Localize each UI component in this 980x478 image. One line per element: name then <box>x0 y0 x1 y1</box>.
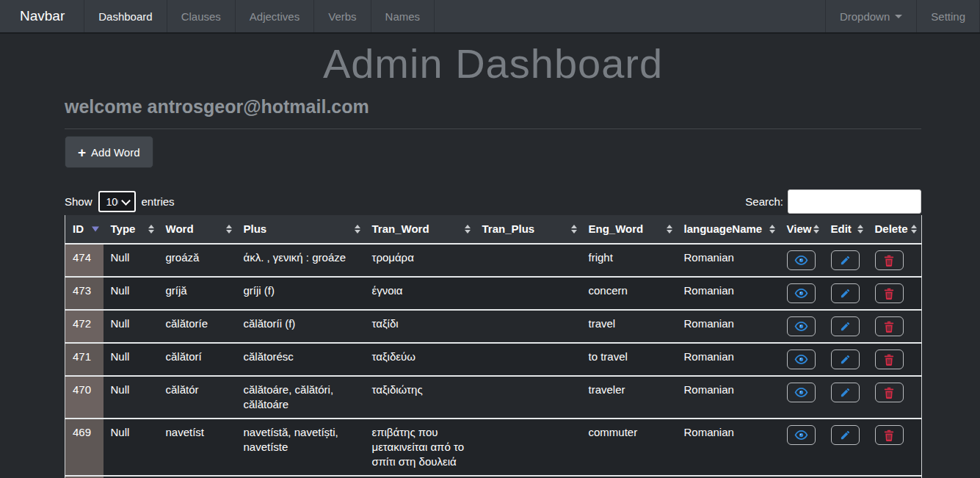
eye-icon <box>794 387 808 398</box>
cell-plus: άκλ. , γενική : groáze <box>236 244 365 277</box>
edit-button[interactable] <box>831 283 860 303</box>
cell-eng_word: to travel <box>581 343 677 376</box>
edit-button[interactable] <box>831 250 860 270</box>
cell-delete <box>868 419 922 476</box>
trash-icon <box>884 387 894 399</box>
column-header-edit[interactable]: Edit <box>824 215 868 244</box>
cell-id: 469 <box>65 419 104 476</box>
nav-item-setting[interactable]: Setting <box>916 0 980 32</box>
navbar-brand[interactable]: Navbar <box>0 0 84 32</box>
cell-id: 470 <box>65 376 104 419</box>
eye-icon <box>794 430 808 441</box>
cell-plus: navetístă, navetíști, navetíste <box>236 419 365 476</box>
column-header-plus[interactable]: Plus <box>236 215 365 244</box>
welcome-message: welcome antrosgeor@hotmail.com <box>65 96 921 117</box>
column-header-tran_plus[interactable]: Tran_Plus <box>475 215 581 244</box>
table-row: 469Nullnavetístnavetístă, navetíști, nav… <box>65 419 922 476</box>
cell-edit <box>824 376 868 419</box>
view-button[interactable] <box>787 350 816 369</box>
table-row: 470Nullcălătórcălătoáre, călătóri, călăt… <box>65 376 922 419</box>
sort-icon <box>92 227 99 232</box>
view-button[interactable] <box>787 250 816 270</box>
page-length-select[interactable]: 100 <box>98 191 136 212</box>
pencil-icon <box>840 430 851 441</box>
edit-button[interactable] <box>831 383 860 402</box>
column-header-eng_word[interactable]: Eng_Word <box>581 215 677 244</box>
delete-button[interactable] <box>875 316 904 336</box>
cell-word: călătór <box>159 376 236 419</box>
cell-language: Romanian <box>677 376 780 419</box>
cell-type: Null <box>104 310 159 343</box>
cell-plus: călătoáre, călătóri, călătoáre <box>236 376 365 419</box>
entries-label: entries <box>142 195 175 208</box>
cell-plus: gríji (f) <box>236 277 365 310</box>
cell-tran_plus <box>475 376 581 419</box>
delete-button[interactable] <box>875 425 904 445</box>
cell-type: Null <box>104 419 159 476</box>
view-button[interactable] <box>787 383 816 402</box>
trash-icon <box>884 354 894 366</box>
cell-view <box>780 310 824 343</box>
cell-word: călătorí <box>159 343 236 376</box>
cell-edit <box>824 310 868 343</box>
column-header-languagename[interactable]: languageName <box>677 215 780 244</box>
search-input[interactable] <box>788 189 921 214</box>
nav-item-names[interactable]: Names <box>371 0 435 32</box>
column-header-view[interactable]: View <box>780 215 824 244</box>
cell-view <box>780 244 824 277</box>
delete-button[interactable] <box>875 383 904 402</box>
view-button[interactable] <box>787 316 816 336</box>
cell-plus: călătoríi (f) <box>236 310 365 343</box>
column-header-id[interactable]: ID <box>65 215 104 244</box>
trash-icon <box>884 288 894 300</box>
add-word-button[interactable]: + Add Word <box>65 136 153 168</box>
nav-item-clauses[interactable]: Clauses <box>167 0 235 32</box>
chevron-down-icon <box>895 15 902 18</box>
nav-item-verbs[interactable]: Verbs <box>313 0 370 32</box>
view-button[interactable] <box>787 283 816 303</box>
column-header-tran_word[interactable]: Tran_Word <box>365 215 475 244</box>
cell-type: Null <box>104 244 159 277</box>
trash-icon <box>884 430 894 441</box>
edit-button[interactable] <box>831 350 860 369</box>
edit-button[interactable] <box>831 316 860 336</box>
nav-item-adjectives[interactable]: Adjectives <box>235 0 313 32</box>
sort-icon <box>465 225 471 233</box>
cell-view <box>780 376 824 419</box>
column-header-word[interactable]: Word <box>159 215 236 244</box>
cell-type: Null <box>104 376 159 419</box>
cell-view <box>780 277 824 310</box>
cell-delete <box>868 376 922 419</box>
column-label: Delete <box>875 222 908 235</box>
cell-eng_word: concern <box>581 277 677 310</box>
cell-tran_plus <box>475 244 581 277</box>
nav-item-dashboard[interactable]: Dashboard <box>84 0 166 32</box>
navbar: Navbar DashboardClausesAdjectivesVerbsNa… <box>0 0 980 34</box>
delete-button[interactable] <box>875 250 904 270</box>
delete-button[interactable] <box>875 350 904 369</box>
column-header-delete[interactable]: Delete <box>868 215 922 244</box>
nav-item-dropdown[interactable]: Dropdown <box>825 0 916 32</box>
cell-type: Null <box>104 277 159 310</box>
pencil-icon <box>840 321 851 332</box>
sort-icon <box>226 225 232 233</box>
cell-language: Romanian <box>677 343 780 376</box>
cell-edit <box>824 244 868 277</box>
pencil-icon <box>840 354 851 365</box>
eye-icon <box>794 288 808 299</box>
cell-tran_word: τρομάρα <box>365 244 475 277</box>
cell-tran_plus <box>475 419 581 476</box>
show-label: Show <box>65 195 92 208</box>
pencil-icon <box>840 288 851 299</box>
cell-language: Romanian <box>677 244 780 277</box>
eye-icon <box>794 255 808 266</box>
column-header-type[interactable]: Type <box>104 215 159 244</box>
edit-button[interactable] <box>831 425 860 445</box>
cell-delete <box>868 343 922 376</box>
cell-edit <box>824 419 868 476</box>
cell-type: Null <box>104 343 159 376</box>
navbar-right-links: DropdownSetting <box>825 0 980 32</box>
delete-button[interactable] <box>875 283 904 303</box>
cell-edit <box>824 343 868 376</box>
view-button[interactable] <box>787 425 816 445</box>
